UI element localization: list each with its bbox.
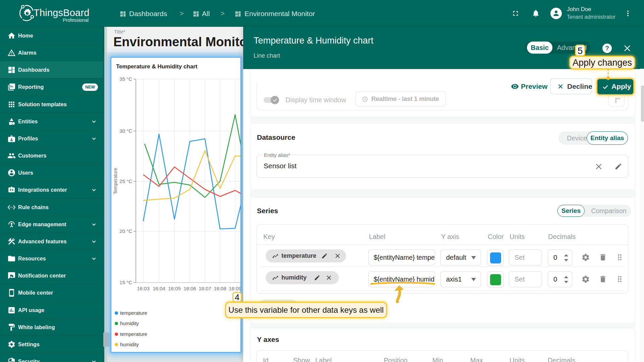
svg-text:humidity: humidity — [120, 320, 139, 326]
svg-text:temperature: temperature — [120, 310, 147, 316]
svg-text:16:06: 16:06 — [183, 286, 196, 291]
svg-text:temperature: temperature — [120, 331, 147, 337]
svg-text:25 °C: 25 °C — [119, 178, 132, 184]
svg-text:16:05: 16:05 — [168, 286, 181, 291]
svg-text:16:09: 16:09 — [229, 286, 240, 291]
svg-text:16:04: 16:04 — [153, 286, 165, 291]
svg-text:16:03: 16:03 — [137, 286, 150, 291]
svg-text:Temperature: Temperature — [113, 168, 118, 194]
svg-text:20 °C: 20 °C — [119, 228, 132, 234]
svg-text:16:08: 16:08 — [214, 286, 226, 291]
svg-text:35 °C: 35 °C — [119, 76, 132, 82]
svg-text:30 °C: 30 °C — [119, 128, 132, 134]
svg-text:16:07: 16:07 — [199, 286, 211, 291]
svg-text:humidity: humidity — [120, 342, 139, 347]
svg-text:15 °C: 15 °C — [119, 280, 132, 285]
